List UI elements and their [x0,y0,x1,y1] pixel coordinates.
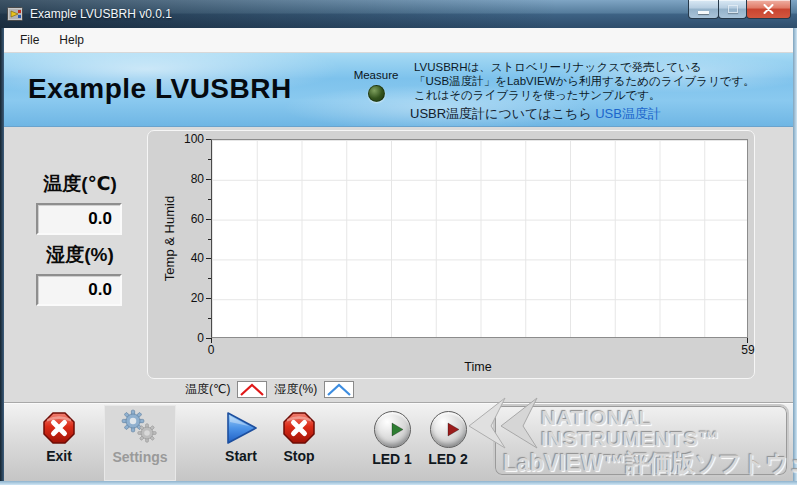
watermark-product-line: LabVIEW™評価版ソフトウェア [503,448,797,479]
header-banner: Example LVUSBRH Measure LVUSBRHは、ストロベリーリ… [4,53,793,127]
start-label: Start [225,448,257,464]
close-icon [763,4,774,14]
gear-icon [120,408,160,446]
measure-label: Measure [344,69,408,81]
exit-button[interactable]: Exit [28,408,90,478]
led1-icon [374,411,411,448]
legend-temp-swatch[interactable] [237,381,267,398]
legend-humid-swatch[interactable] [324,381,354,398]
y-tick-label: 0 [166,331,204,345]
led1-button[interactable]: LED 1 [364,408,420,478]
y-tick-label: 40 [166,251,204,265]
y-tick-label: 60 [166,212,204,226]
description-text: LVUSBRHは、ストロベリーリナックスで発売している 「USB温度計」をLab… [414,60,786,102]
menu-file[interactable]: File [10,29,49,51]
description-line: これはそのライブラリを使ったサンプルです。 [414,88,786,102]
labview-vi-icon [7,6,23,22]
legend-humid-label: 湿度(%) [274,381,317,398]
description-line: LVUSBRHは、ストロベリーリナックスで発売している [414,60,786,74]
minimize-button[interactable] [688,0,719,19]
menu-help[interactable]: Help [49,29,94,51]
y-major-tick [206,219,211,220]
window-frame-right [793,28,797,481]
page-title: Example LVUSBRH [28,73,292,105]
legend-temp-label: 温度(℃) [185,381,230,398]
stop-sign-icon [282,411,316,445]
humidity-indicator: 0.0 [36,274,122,306]
start-button[interactable]: Start [210,408,272,478]
y-tick-label: 100 [166,132,204,146]
x-axis-label: Time [418,360,538,374]
window-title: Example LVUSBRH v0.0.1 [30,7,172,21]
y-minor-tick [208,159,211,160]
stop-button[interactable]: Stop [274,408,324,478]
led1-label: LED 1 [372,451,412,467]
y-major-tick [206,179,211,180]
stop-label: Stop [283,448,314,464]
chart-legend: 温度(℃) 湿度(%) [185,380,354,398]
y-minor-tick [208,239,211,240]
app-window: Example LVUSBRH v0.0.1 File Help Example… [0,0,797,485]
y-minor-tick [208,318,211,319]
play-icon [223,411,259,445]
y-minor-tick [208,278,211,279]
y-tick-label: 20 [166,291,204,305]
y-major-tick [206,139,211,140]
measure-led-icon [368,85,385,102]
link-row: USBR温度計についてはこちら USB温度計 [410,105,661,123]
y-major-tick [206,258,211,259]
title-bar[interactable]: Example LVUSBRH v0.0.1 [0,0,797,28]
measure-indicator: Measure [344,69,408,102]
waveform-chart: Temp & Humid 100 80 60 40 20 0 0 59 Time [147,130,755,379]
close-button[interactable] [746,0,791,19]
x-tick-label: 0 [201,343,221,357]
usb-thermometer-link[interactable]: USB温度計 [595,106,661,121]
minimize-icon [698,11,709,14]
ni-eagle-logo-icon [447,394,541,452]
plot-area [211,139,748,338]
y-axis-label: Temp & Humid [162,171,179,307]
window-frame-bottom [0,481,797,485]
exit-label: Exit [46,448,72,464]
x-tick-label: 59 [734,343,762,357]
humidity-label: 湿度(%) [25,242,135,268]
window-controls [689,0,791,19]
menu-bar: File Help [4,28,793,53]
y-minor-tick [208,199,211,200]
settings-label: Settings [112,449,167,465]
temperature-label: 温度(℃) [25,171,135,197]
y-major-tick [206,298,211,299]
settings-button[interactable]: Settings [104,405,176,481]
description-line: 「USB温度計」をLabVIEWから利用するためのライブラリです。 [414,74,786,88]
y-tick-label: 80 [166,172,204,186]
humid-line-icon [325,382,353,397]
temperature-indicator: 0.0 [36,203,122,235]
link-prefix-text: USBR温度計についてはこちら [410,106,592,121]
maximize-button[interactable] [718,0,747,19]
maximize-icon [728,5,738,13]
temp-line-icon [238,382,266,397]
exit-stop-sign-icon [42,411,76,445]
led2-label: LED 2 [428,451,468,467]
